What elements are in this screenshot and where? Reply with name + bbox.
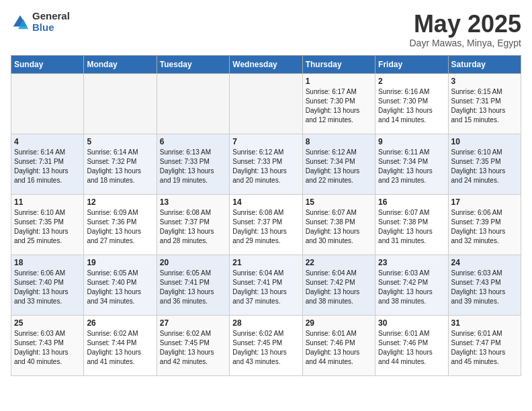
day-number: 18 <box>14 258 81 267</box>
day-info: Sunrise: 6:17 AM Sunset: 7:30 PM Dayligh… <box>306 87 372 125</box>
day-number: 6 <box>160 137 226 146</box>
day-number: 7 <box>232 137 299 146</box>
day-info: Sunrise: 6:05 AM Sunset: 7:41 PM Dayligh… <box>160 269 226 306</box>
day-info: Sunrise: 6:03 AM Sunset: 7:43 PM Dayligh… <box>451 269 518 306</box>
day-info: Sunrise: 6:06 AM Sunset: 7:39 PM Dayligh… <box>451 208 518 246</box>
day-number: 12 <box>87 197 153 207</box>
calendar-cell <box>84 73 157 134</box>
day-info: Sunrise: 6:07 AM Sunset: 7:38 PM Dayligh… <box>306 208 372 246</box>
day-info: Sunrise: 6:01 AM Sunset: 7:46 PM Dayligh… <box>306 329 372 367</box>
day-number: 26 <box>87 318 153 328</box>
calendar-body: 1Sunrise: 6:17 AM Sunset: 7:30 PM Daylig… <box>11 73 521 375</box>
day-info: Sunrise: 6:14 AM Sunset: 7:31 PM Dayligh… <box>14 148 81 185</box>
header-day-thursday: Thursday <box>302 55 375 73</box>
logo-general-label: General <box>32 11 70 22</box>
calendar-cell: 24Sunrise: 6:03 AM Sunset: 7:43 PM Dayli… <box>448 255 521 315</box>
calendar-cell: 14Sunrise: 6:08 AM Sunset: 7:37 PM Dayli… <box>230 194 302 255</box>
day-info: Sunrise: 6:15 AM Sunset: 7:31 PM Dayligh… <box>451 87 518 125</box>
day-number: 1 <box>306 77 372 86</box>
header-day-friday: Friday <box>375 55 448 73</box>
day-info: Sunrise: 6:02 AM Sunset: 7:44 PM Dayligh… <box>87 329 153 367</box>
day-info: Sunrise: 6:02 AM Sunset: 7:45 PM Dayligh… <box>232 329 299 367</box>
day-number: 22 <box>306 258 372 267</box>
calendar-cell: 30Sunrise: 6:01 AM Sunset: 7:46 PM Dayli… <box>375 315 448 375</box>
day-number: 20 <box>160 258 226 267</box>
logo-blue-label: Blue <box>32 22 70 34</box>
day-number: 29 <box>306 318 372 328</box>
day-number: 10 <box>451 137 518 146</box>
day-info: Sunrise: 6:13 AM Sunset: 7:33 PM Dayligh… <box>160 148 226 185</box>
calendar-cell <box>11 73 84 134</box>
calendar-cell: 4Sunrise: 6:14 AM Sunset: 7:31 PM Daylig… <box>11 134 84 194</box>
day-number: 2 <box>378 77 445 86</box>
week-row-3: 11Sunrise: 6:10 AM Sunset: 7:35 PM Dayli… <box>11 194 521 255</box>
day-info: Sunrise: 6:03 AM Sunset: 7:42 PM Dayligh… <box>378 269 445 306</box>
calendar-cell: 21Sunrise: 6:04 AM Sunset: 7:41 PM Dayli… <box>230 255 302 315</box>
calendar-cell <box>157 73 229 134</box>
day-number: 28 <box>232 318 299 328</box>
day-info: Sunrise: 6:08 AM Sunset: 7:37 PM Dayligh… <box>232 208 299 246</box>
calendar-table: SundayMondayTuesdayWednesdayThursdayFrid… <box>11 55 521 376</box>
day-info: Sunrise: 6:10 AM Sunset: 7:35 PM Dayligh… <box>451 148 518 185</box>
calendar-cell: 3Sunrise: 6:15 AM Sunset: 7:31 PM Daylig… <box>448 73 521 134</box>
day-info: Sunrise: 6:01 AM Sunset: 7:47 PM Dayligh… <box>451 329 518 367</box>
calendar-cell: 17Sunrise: 6:06 AM Sunset: 7:39 PM Dayli… <box>448 194 521 255</box>
logo-text: General Blue <box>32 11 70 33</box>
day-number: 8 <box>306 137 372 146</box>
calendar-cell: 5Sunrise: 6:14 AM Sunset: 7:32 PM Daylig… <box>84 134 157 194</box>
calendar-cell: 19Sunrise: 6:05 AM Sunset: 7:40 PM Dayli… <box>84 255 157 315</box>
day-info: Sunrise: 6:11 AM Sunset: 7:34 PM Dayligh… <box>378 148 445 185</box>
day-info: Sunrise: 6:04 AM Sunset: 7:41 PM Dayligh… <box>232 269 299 306</box>
day-number: 9 <box>378 137 445 146</box>
day-number: 15 <box>306 197 372 207</box>
logo-icon <box>11 13 30 32</box>
calendar-cell: 8Sunrise: 6:12 AM Sunset: 7:34 PM Daylig… <box>302 134 375 194</box>
calendar-cell: 6Sunrise: 6:13 AM Sunset: 7:33 PM Daylig… <box>157 134 229 194</box>
calendar-cell: 20Sunrise: 6:05 AM Sunset: 7:41 PM Dayli… <box>157 255 229 315</box>
day-number: 5 <box>87 137 153 146</box>
page-header: General Blue May 2025 Dayr Mawas, Minya,… <box>11 11 521 48</box>
calendar-cell: 2Sunrise: 6:16 AM Sunset: 7:30 PM Daylig… <box>375 73 448 134</box>
day-number: 25 <box>14 318 81 328</box>
calendar-cell: 9Sunrise: 6:11 AM Sunset: 7:34 PM Daylig… <box>375 134 448 194</box>
week-row-1: 1Sunrise: 6:17 AM Sunset: 7:30 PM Daylig… <box>11 73 521 134</box>
location-label: Dayr Mawas, Minya, Egypt <box>410 38 522 48</box>
calendar-cell: 1Sunrise: 6:17 AM Sunset: 7:30 PM Daylig… <box>302 73 375 134</box>
day-number: 17 <box>451 197 518 207</box>
day-info: Sunrise: 6:12 AM Sunset: 7:34 PM Dayligh… <box>306 148 372 185</box>
logo: General Blue <box>11 11 70 33</box>
header-row: SundayMondayTuesdayWednesdayThursdayFrid… <box>11 55 521 73</box>
calendar-cell: 27Sunrise: 6:02 AM Sunset: 7:45 PM Dayli… <box>157 315 229 375</box>
day-number: 11 <box>14 197 81 207</box>
calendar-cell: 10Sunrise: 6:10 AM Sunset: 7:35 PM Dayli… <box>448 134 521 194</box>
month-title: May 2025 <box>410 11 522 38</box>
day-info: Sunrise: 6:07 AM Sunset: 7:38 PM Dayligh… <box>378 208 445 246</box>
header-day-saturday: Saturday <box>448 55 521 73</box>
day-info: Sunrise: 6:04 AM Sunset: 7:42 PM Dayligh… <box>306 269 372 306</box>
day-number: 23 <box>378 258 445 267</box>
day-info: Sunrise: 6:03 AM Sunset: 7:43 PM Dayligh… <box>14 329 81 367</box>
header-day-wednesday: Wednesday <box>230 55 302 73</box>
week-row-4: 18Sunrise: 6:06 AM Sunset: 7:40 PM Dayli… <box>11 255 521 315</box>
calendar-cell: 26Sunrise: 6:02 AM Sunset: 7:44 PM Dayli… <box>84 315 157 375</box>
week-row-2: 4Sunrise: 6:14 AM Sunset: 7:31 PM Daylig… <box>11 134 521 194</box>
day-info: Sunrise: 6:05 AM Sunset: 7:40 PM Dayligh… <box>87 269 153 306</box>
day-info: Sunrise: 6:06 AM Sunset: 7:40 PM Dayligh… <box>14 269 81 306</box>
week-row-5: 25Sunrise: 6:03 AM Sunset: 7:43 PM Dayli… <box>11 315 521 375</box>
header-day-monday: Monday <box>84 55 157 73</box>
day-number: 16 <box>378 197 445 207</box>
day-info: Sunrise: 6:14 AM Sunset: 7:32 PM Dayligh… <box>87 148 153 185</box>
day-number: 21 <box>232 258 299 267</box>
day-number: 27 <box>160 318 226 328</box>
day-info: Sunrise: 6:12 AM Sunset: 7:33 PM Dayligh… <box>232 148 299 185</box>
day-number: 14 <box>232 197 299 207</box>
calendar-cell: 11Sunrise: 6:10 AM Sunset: 7:35 PM Dayli… <box>11 194 84 255</box>
calendar-cell: 7Sunrise: 6:12 AM Sunset: 7:33 PM Daylig… <box>230 134 302 194</box>
calendar-cell: 18Sunrise: 6:06 AM Sunset: 7:40 PM Dayli… <box>11 255 84 315</box>
calendar-header: SundayMondayTuesdayWednesdayThursdayFrid… <box>11 55 521 73</box>
day-number: 19 <box>87 258 153 267</box>
calendar-cell: 16Sunrise: 6:07 AM Sunset: 7:38 PM Dayli… <box>375 194 448 255</box>
calendar-cell: 28Sunrise: 6:02 AM Sunset: 7:45 PM Dayli… <box>230 315 302 375</box>
calendar-cell: 31Sunrise: 6:01 AM Sunset: 7:47 PM Dayli… <box>448 315 521 375</box>
day-info: Sunrise: 6:16 AM Sunset: 7:30 PM Dayligh… <box>378 87 445 125</box>
